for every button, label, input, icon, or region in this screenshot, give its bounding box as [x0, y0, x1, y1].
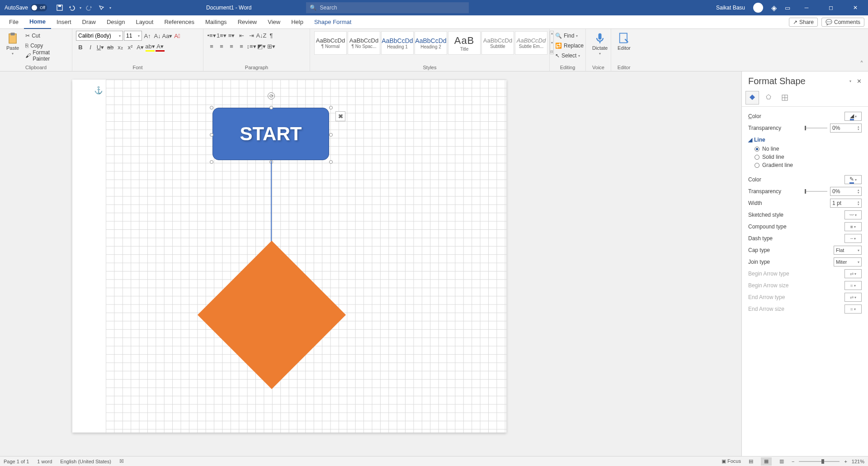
styles-gallery[interactable]: AaBbCcDd¶ Normal AaBbCcDd¶ No Spac... Aa… [314, 31, 548, 55]
minimize-button[interactable]: ─ [798, 0, 815, 15]
line-transparency-slider[interactable] [805, 191, 827, 192]
document-canvas[interactable]: ⚓ ⟳ START ⌘ [0, 71, 741, 456]
redo-icon[interactable] [86, 4, 93, 11]
maximize-button[interactable]: ◻ [823, 0, 839, 15]
language-indicator[interactable]: English (United States) [60, 459, 111, 464]
tab-review[interactable]: Review [232, 15, 263, 29]
effects-tab[interactable] [762, 91, 775, 105]
fill-line-tab[interactable] [745, 91, 759, 105]
user-avatar[interactable] [753, 3, 763, 13]
accessibility-icon[interactable]: ☒ [119, 458, 124, 464]
line-transparency-input[interactable]: 0%▴▾ [830, 187, 862, 196]
decision-shape[interactable] [197, 265, 346, 365]
solid-line-radio[interactable]: Solid line [748, 153, 862, 161]
focus-mode[interactable]: ▣ Focus [722, 458, 741, 464]
resize-handle[interactable] [269, 106, 273, 109]
tab-file[interactable]: File [4, 15, 24, 29]
fill-transparency-slider[interactable] [805, 128, 827, 128]
subscript-button[interactable]: x₂ [116, 43, 125, 52]
align-left-button[interactable]: ≡ [207, 42, 216, 51]
show-marks-button[interactable]: ¶ [267, 31, 276, 40]
underline-button[interactable]: U▾ [96, 43, 105, 52]
tab-shape-format[interactable]: Shape Format [309, 15, 357, 29]
cap-combo[interactable]: Flat▾ [834, 246, 862, 255]
user-name[interactable]: Saikat Basu [716, 5, 745, 11]
tab-insert[interactable]: Insert [51, 15, 77, 29]
grow-font-button[interactable]: A↑ [143, 31, 152, 40]
gradient-line-radio[interactable]: Gradient line [748, 161, 862, 169]
style-nospacing[interactable]: AaBbCcDd¶ No Spac... [348, 31, 380, 55]
find-button[interactable]: 🔍Find▾ [553, 31, 585, 41]
comments-button[interactable]: 💬Comments [821, 18, 864, 27]
undo-icon[interactable] [68, 4, 75, 11]
borders-button[interactable]: ⊞▾ [267, 42, 276, 51]
qat-more-icon[interactable]: ▾ [109, 6, 111, 10]
select-button[interactable]: ↖Select▾ [553, 51, 585, 61]
numbering-button[interactable]: 1≡▾ [217, 31, 226, 40]
bold-button[interactable]: B [76, 43, 85, 52]
editor-button[interactable]: Editor [615, 31, 633, 52]
align-center-button[interactable]: ≡ [217, 42, 226, 51]
shading-button[interactable]: ◩▾ [257, 42, 266, 51]
zoom-slider[interactable] [799, 461, 840, 462]
close-button[interactable]: ✕ [847, 0, 863, 15]
increase-indent-button[interactable]: ⇥ [247, 31, 256, 40]
shrink-font-button[interactable]: A↓ [153, 31, 162, 40]
justify-button[interactable]: ≡ [237, 42, 246, 51]
undo-more-icon[interactable]: ▾ [80, 6, 81, 10]
search-input[interactable] [320, 5, 465, 11]
toggle-switch[interactable]: Off [31, 4, 47, 11]
page-indicator[interactable]: Page 1 of 1 [4, 459, 29, 464]
replace-button[interactable]: 🔁Replace [553, 41, 585, 51]
resize-handle[interactable] [210, 133, 213, 137]
autosave-toggle[interactable]: AutoSave Off [0, 4, 52, 11]
zoom-in-button[interactable]: + [844, 459, 847, 464]
compound-dropdown[interactable]: ≡▾ [844, 222, 862, 231]
resize-handle[interactable] [329, 133, 333, 137]
zoom-level[interactable]: 121% [852, 459, 864, 464]
tab-help[interactable]: Help [286, 15, 309, 29]
collapse-ribbon-button[interactable]: ˄ [855, 57, 868, 71]
dictate-button[interactable]: Dictate▾ [590, 31, 610, 57]
join-combo[interactable]: Miter▾ [834, 257, 862, 266]
word-count[interactable]: 1 word [37, 459, 52, 464]
web-layout-button[interactable]: ▥ [776, 457, 787, 466]
save-icon[interactable] [56, 4, 63, 11]
paste-button[interactable]: Paste ▾ [4, 31, 22, 57]
style-heading2[interactable]: AaBbCcDdHeading 2 [415, 31, 447, 55]
text-effects-button[interactable]: A▾ [136, 43, 145, 52]
decrease-indent-button[interactable]: ⇤ [237, 31, 246, 40]
clear-format-button[interactable]: A⃠ [173, 31, 182, 40]
font-name-combo[interactable]: Calibri (Body)▾ [76, 31, 123, 41]
tab-view[interactable]: View [262, 15, 286, 29]
bullets-button[interactable]: •≡▾ [207, 31, 216, 40]
search-box[interactable]: 🔍 [306, 2, 469, 13]
style-subtle-em[interactable]: AaBbCcDdSubtle Em... [515, 31, 547, 55]
line-color-picker[interactable]: ✎▾ [844, 175, 862, 184]
tab-home[interactable]: Home [24, 15, 51, 29]
no-line-radio[interactable]: No line [748, 145, 862, 153]
tab-layout[interactable]: Layout [130, 15, 159, 29]
share-button[interactable]: ↗Share [789, 18, 818, 27]
touch-mode-icon[interactable] [98, 4, 105, 11]
diamond-icon[interactable]: ◈ [771, 4, 777, 12]
rotate-handle[interactable]: ⟳ [268, 92, 275, 100]
tab-mailings[interactable]: Mailings [200, 15, 232, 29]
dash-dropdown[interactable]: ┄▾ [844, 234, 862, 243]
line-spacing-button[interactable]: ↕≡▾ [247, 42, 256, 51]
print-layout-button[interactable]: ▦ [761, 457, 772, 466]
read-mode-button[interactable]: ▤ [745, 457, 756, 466]
highlight-button[interactable]: ab▾ [146, 43, 155, 52]
pane-close-button[interactable]: ✕ [857, 78, 862, 85]
line-section-header[interactable]: ◢Line [748, 134, 862, 145]
fill-transparency-input[interactable]: 0%▴▾ [830, 124, 862, 133]
tab-design[interactable]: Design [101, 15, 130, 29]
style-heading1[interactable]: AaBbCcDdHeading 1 [381, 31, 414, 55]
zoom-out-button[interactable]: − [792, 459, 794, 464]
tab-draw[interactable]: Draw [77, 15, 101, 29]
line-width-input[interactable]: 1 pt▴▾ [830, 199, 862, 208]
size-tab[interactable] [778, 91, 792, 105]
sort-button[interactable]: A↓Z [257, 31, 266, 40]
strike-button[interactable]: ab [106, 43, 115, 52]
italic-button[interactable]: I [86, 43, 95, 52]
